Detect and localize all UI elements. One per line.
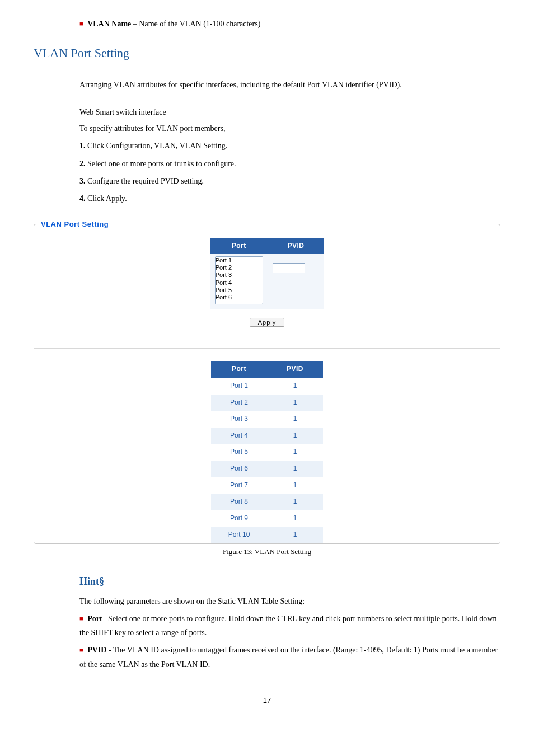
cell-pvid: 1	[267, 477, 323, 494]
bullet-desc: – Name of the VLAN (1-100 characters)	[131, 20, 260, 28]
hint-heading: Hint§	[79, 572, 500, 590]
step-text: Select one or more ports or trunks to co…	[86, 159, 236, 168]
status-col-pvid: PVID	[267, 361, 323, 378]
port-option[interactable]: Port 1	[216, 257, 263, 264]
cell-pvid: 1	[267, 444, 323, 461]
page-number: 17	[34, 694, 500, 707]
table-row: Port 91	[211, 510, 323, 527]
bullet-vlan-name: ■ VLAN Name – Name of the VLAN (1-100 ch…	[79, 17, 500, 31]
step-text: Configure the required PVID setting.	[86, 177, 204, 185]
cell-pvid: 1	[267, 527, 323, 543]
cell-pvid: 1	[267, 395, 323, 411]
panel-divider	[34, 348, 500, 349]
table-row: Port 21	[211, 395, 323, 411]
table-row: Port 51	[211, 444, 323, 461]
section-title: VLAN Port Setting	[34, 42, 500, 64]
step-1: 1. Click Configuration, VLAN, VLAN Setti…	[79, 139, 500, 153]
table-row: Port 31	[211, 411, 323, 428]
specify-attr-label: To specify attributes for VLAN port memb…	[79, 121, 500, 135]
panel-legend: VLAN Port Setting	[38, 218, 112, 231]
status-col-port: Port	[211, 361, 267, 378]
hint-label: PVID	[87, 646, 106, 654]
bullet-label: VLAN Name	[87, 20, 131, 28]
vlan-port-setting-panel: VLAN Port Setting Port PVID Port 1 Port …	[34, 218, 500, 544]
step-2: 2. Select one or more ports or trunks to…	[79, 157, 500, 171]
intro-paragraph: Arranging VLAN attributes for specific i…	[79, 78, 500, 92]
hint-item-port: ■ Port –Select one or more ports to conf…	[79, 612, 500, 640]
cell-pvid: 1	[267, 411, 323, 428]
table-row: Port 71	[211, 477, 323, 494]
port-option[interactable]: Port 3	[216, 271, 263, 279]
port-option[interactable]: Port 4	[216, 279, 263, 287]
status-table: Port PVID Port 11 Port 21 Port 31 Port 4…	[211, 361, 323, 543]
cell-port: Port 10	[211, 527, 267, 543]
square-bullet-icon: ■	[79, 615, 83, 622]
cell-port: Port 7	[211, 477, 267, 494]
col-header-port: Port	[210, 238, 268, 254]
hint-intro: The following parameters are shown on th…	[79, 594, 500, 608]
step-num: 3.	[79, 177, 86, 185]
pvid-input-cell	[268, 254, 324, 309]
col-header-pvid: PVID	[268, 238, 324, 254]
table-row: Port 101	[211, 527, 323, 543]
step-num: 1.	[79, 142, 86, 150]
step-text: Click Configuration, VLAN, VLAN Setting.	[86, 142, 228, 150]
cell-port: Port 1	[211, 378, 267, 395]
apply-button[interactable]: Apply	[250, 318, 285, 327]
step-4: 4. Click Apply.	[79, 191, 500, 205]
hint-label: Port	[87, 614, 102, 623]
table-row: Port 41	[211, 428, 323, 444]
cell-pvid: 1	[267, 428, 323, 444]
status-table-body: Port 11 Port 21 Port 31 Port 41 Port 51 …	[211, 378, 323, 543]
square-bullet-icon: ■	[79, 20, 83, 27]
cell-port: Port 5	[211, 444, 267, 461]
step-num: 2.	[79, 159, 86, 168]
cell-port: Port 6	[211, 461, 267, 477]
table-row: Port 61	[211, 461, 323, 477]
port-option[interactable]: Port 5	[216, 287, 263, 294]
hint-item-pvid: ■ PVID - The VLAN ID assigned to untagge…	[79, 643, 500, 671]
cell-port: Port 8	[211, 494, 267, 510]
cell-pvid: 1	[267, 461, 323, 477]
web-smart-label: Web Smart switch interface	[79, 105, 500, 119]
pvid-input[interactable]	[273, 263, 305, 273]
cell-pvid: 1	[267, 494, 323, 510]
cell-port: Port 9	[211, 510, 267, 527]
port-option[interactable]: Port 6	[216, 294, 263, 301]
port-select-cell: Port 1 Port 2 Port 3 Port 4 Port 5 Port …	[210, 254, 268, 309]
figure-caption: Figure 13: VLAN Port Setting	[34, 545, 500, 558]
port-option[interactable]: Port 2	[216, 264, 263, 271]
cell-port: Port 3	[211, 411, 267, 428]
cell-port: Port 4	[211, 428, 267, 444]
table-row: Port 11	[211, 378, 323, 395]
cell-pvid: 1	[267, 510, 323, 527]
step-text: Click Apply.	[86, 194, 127, 203]
step-num: 4.	[79, 194, 86, 203]
square-bullet-icon: ■	[79, 646, 83, 653]
hint-desc: –Select one or more ports to configure. …	[79, 614, 496, 637]
port-form-table: Port PVID Port 1 Port 2 Port 3 Port 4 Po…	[210, 238, 324, 309]
step-3: 3. Configure the required PVID setting.	[79, 174, 500, 188]
port-select[interactable]: Port 1 Port 2 Port 3 Port 4 Port 5 Port …	[215, 256, 263, 304]
form-area: Port PVID Port 1 Port 2 Port 3 Port 4 Po…	[34, 231, 500, 339]
cell-pvid: 1	[267, 378, 323, 395]
table-row: Port 81	[211, 494, 323, 510]
cell-port: Port 2	[211, 395, 267, 411]
hint-desc: - The VLAN ID assigned to untagged frame…	[79, 646, 498, 668]
